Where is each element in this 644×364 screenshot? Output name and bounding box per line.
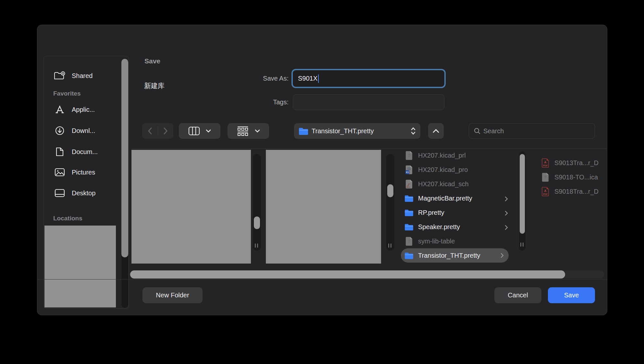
svg-text:?: ? [408, 153, 410, 158]
column1-scrollbar-thumb[interactable] [254, 216, 260, 229]
column3-resize-handle[interactable] [520, 242, 524, 247]
new-library-label: 新建库 [144, 81, 165, 90]
sidebar-scrollbar-thumb[interactable] [121, 59, 128, 257]
folder-icon [404, 209, 414, 216]
file-name: HX207.kicad_sch [418, 180, 469, 188]
location-dropdown[interactable]: Transistor_THT.pretty [294, 123, 420, 139]
file-row[interactable]: ? S9018-TO...ica [541, 170, 607, 184]
filename-input[interactable]: S901X [293, 70, 444, 87]
save-button[interactable]: Save [548, 287, 595, 303]
column-preview-2 [266, 150, 381, 264]
folder-icon [404, 223, 414, 231]
forward-button[interactable] [164, 127, 168, 135]
svg-text:PDF: PDF [543, 193, 548, 195]
file-row[interactable]: PDF S9013Tra...r_D [541, 156, 607, 170]
group-view-icon [237, 126, 249, 136]
svg-text:?: ? [408, 239, 410, 244]
chevron-down-icon [206, 129, 211, 133]
sidebar-item-shared[interactable]: Shared [44, 71, 122, 81]
file-name: MagneticBar.pretty [418, 195, 472, 202]
sidebar-item-label: Shared [72, 72, 93, 80]
column3-scrollbar[interactable] [519, 151, 526, 251]
file-row[interactable]: ? sym-lib-table [404, 234, 455, 248]
document-icon [53, 147, 67, 157]
new-folder-button[interactable]: New Folder [142, 287, 203, 303]
pdf-file-icon: PDF [541, 187, 550, 196]
chevron-right-icon [501, 253, 504, 258]
pdf-file-icon: PDF [541, 158, 550, 168]
search-input[interactable]: Search [469, 123, 595, 139]
shared-folder-icon [53, 71, 67, 80]
file-row[interactable]: Ki HX207.kicad_pro [404, 162, 468, 177]
sidebar-section-favorites: Favorites [53, 90, 80, 97]
folder-row[interactable]: Speaker.pretty [404, 220, 460, 234]
filename-value: S901X [298, 75, 317, 82]
sidebar-item-label: Desktop [72, 189, 95, 197]
column2-scrollbar[interactable] [386, 154, 394, 251]
file-name: S9018-TO...ica [554, 174, 607, 181]
folder-icon [299, 127, 308, 135]
file-row[interactable]: HX207.kicad_sch [404, 177, 469, 191]
download-circle-icon [53, 126, 67, 136]
column-preview-1 [131, 150, 251, 264]
sidebar-item-label: Downl... [72, 127, 95, 135]
file-name: S9018Tra...r_D [554, 188, 607, 195]
file-name: sym-lib-table [418, 238, 455, 245]
group-view-button[interactable] [228, 123, 269, 139]
sidebar-section-locations: Locations [53, 215, 82, 222]
sidebar-item-applications[interactable]: Applic... [44, 105, 122, 114]
window-title: Save [144, 57, 160, 65]
folder-icon [404, 195, 414, 202]
pictures-icon [53, 168, 67, 176]
chevron-up-icon [433, 129, 439, 133]
file-row[interactable]: PDF S9018Tra...r_D [541, 184, 607, 199]
horizontal-scrollbar-thumb[interactable] [130, 270, 565, 279]
save-as-label: Save As: [230, 70, 289, 87]
tags-input[interactable] [293, 94, 444, 110]
file-row[interactable]: ? HX207.kicad_prl [404, 148, 466, 162]
sidebar-item-label: Pictures [72, 169, 95, 176]
chevron-right-icon [505, 211, 508, 216]
desktop-icon [53, 189, 67, 197]
cancel-button[interactable]: Cancel [494, 287, 541, 303]
column3-scrollbar-thumb[interactable] [520, 154, 525, 234]
svg-text:?: ? [544, 175, 547, 180]
footer-divider [37, 279, 607, 280]
sidebar-item-pictures[interactable]: Pictures [44, 167, 122, 177]
file-name: HX207.kicad_prl [418, 152, 466, 159]
file-name: Transistor_THT.pretty [418, 252, 480, 259]
folder-icon [404, 252, 414, 259]
column2-resize-handle[interactable] [388, 243, 391, 248]
folder-row[interactable]: MagneticBar.pretty [404, 191, 472, 205]
back-button[interactable] [148, 127, 152, 135]
locations-placeholder [44, 226, 116, 307]
file-name: HX207.kicad_pro [418, 166, 468, 174]
svg-text:Ki: Ki [406, 171, 409, 174]
column-view-button[interactable] [179, 123, 220, 139]
folder-row[interactable]: RP.pretty [404, 205, 444, 220]
file-unknown-icon: ? [541, 173, 550, 182]
column1-scrollbar[interactable] [253, 154, 261, 251]
sidebar-item-label: Applic... [72, 106, 95, 113]
text-caret [318, 74, 319, 83]
column2-scrollbar-thumb[interactable] [387, 184, 393, 197]
sidebar-item-downloads[interactable]: Downl... [44, 126, 122, 136]
kicad-project-icon: Ki [404, 165, 414, 175]
history-nav-group [142, 123, 173, 139]
location-dropdown-label: Transistor_THT.pretty [312, 127, 411, 135]
sidebar-item-label: Docum... [72, 148, 98, 156]
file-name: RP.pretty [418, 209, 444, 216]
sidebar: Shared Favorites Applic... Downl... [43, 56, 129, 309]
column1-resize-handle[interactable] [255, 243, 258, 248]
nav-divider [158, 127, 158, 135]
chevron-right-icon [505, 196, 508, 202]
horizontal-scrollbar[interactable] [130, 270, 604, 279]
sidebar-item-documents[interactable]: Docum... [44, 147, 122, 157]
up-down-chevrons-icon [411, 127, 416, 135]
file-unknown-icon: ? [404, 237, 414, 246]
sidebar-scrollbar[interactable] [121, 59, 128, 308]
kicad-schematic-icon [404, 179, 414, 189]
sidebar-item-desktop[interactable]: Desktop [44, 188, 122, 198]
go-up-button[interactable] [428, 123, 444, 139]
folder-row-selected[interactable]: Transistor_THT.pretty [404, 248, 480, 263]
